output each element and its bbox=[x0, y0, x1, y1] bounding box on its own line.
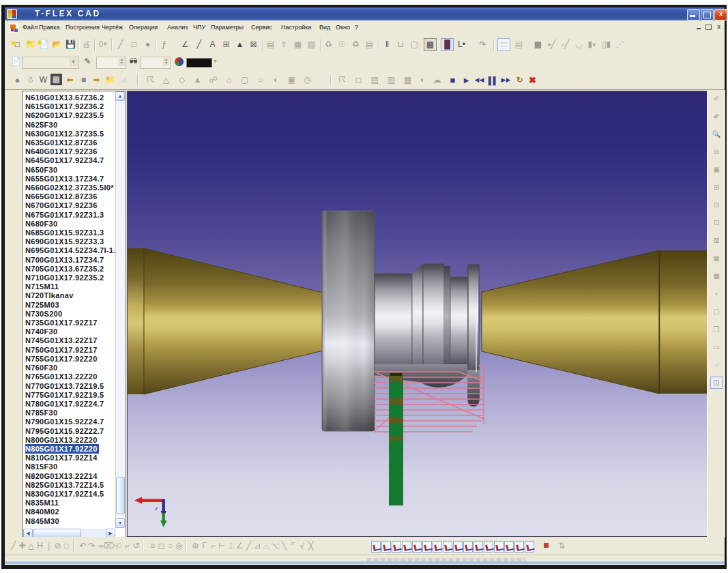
svg-text:z: z bbox=[154, 505, 158, 512]
